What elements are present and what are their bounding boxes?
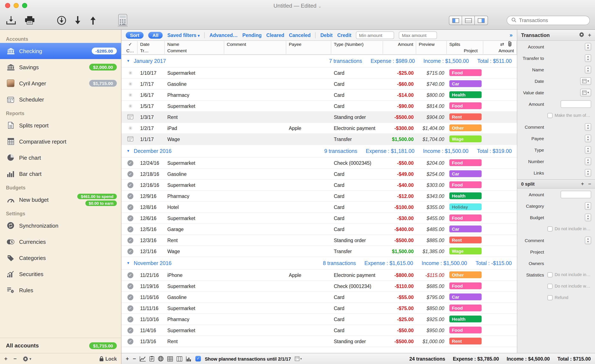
transaction-row[interactable]: ✓11/3/16RentStanding order-$500.00$1,000… — [121, 336, 517, 347]
inspector-add-icon[interactable]: + — [588, 32, 591, 38]
category-tag[interactable]: Rent — [449, 236, 482, 243]
transaction-row[interactable]: ✓12/16/16SupermarketCard-$40.00$303.00Fo… — [121, 180, 517, 191]
transaction-row[interactable]: ✓11/16/16GasolineCard-$55.00$795.00Car — [121, 292, 517, 303]
combo-dropdown-control[interactable]: ▴▾ — [585, 169, 591, 177]
bar-chart-icon[interactable] — [186, 356, 191, 361]
saved-filters-dropdown[interactable]: Saved filters ▾ — [167, 33, 200, 38]
category-tag[interactable]: Food — [449, 326, 482, 333]
combo-dropdown-control[interactable]: ▴▾ — [585, 66, 591, 73]
category-tag[interactable]: Car — [449, 170, 482, 177]
print-icon[interactable] — [25, 16, 35, 25]
transaction-row[interactable]: ✓12/9/16PharmacyCard-$12.00$343.00Health — [121, 191, 517, 202]
group-header-january-2017[interactable]: ▼January 20177 transactionsExpense : $98… — [121, 55, 517, 68]
header-amount[interactable]: Amount — [383, 41, 416, 48]
transaction-row[interactable]: ✳1/6/17PharmacyCard-$14.00$800.00Health — [121, 90, 517, 101]
group-header-december-2016[interactable]: ▼December 20169 transactionsExpense : $1… — [121, 145, 517, 157]
transaction-row[interactable]: ✳1/10/17SupermarketCard-$25.00$715.00Foo… — [121, 68, 517, 79]
transaction-row[interactable]: ✓12/3/16RentStanding order-$500.00$885.0… — [121, 235, 517, 246]
transaction-row[interactable]: ✓11/10/16PharmacyCard-$25.00$925.00Healt… — [121, 314, 517, 325]
expand-filters-button[interactable]: » — [510, 32, 513, 38]
sidebar-item-bar-chart[interactable]: Bar chart — [0, 166, 121, 182]
category-tag[interactable]: Holiday — [449, 203, 482, 210]
transaction-row[interactable]: ✓11/4/16SupermarketCard-$50.00$950.00Foo… — [121, 325, 517, 336]
stepper-control[interactable]: ▴▾ — [585, 54, 591, 62]
category-tag[interactable]: Other — [449, 271, 482, 278]
checkbox[interactable] — [547, 295, 552, 300]
sidebar-item-synchronization[interactable]: Synchronization — [0, 217, 121, 234]
inspector-gear-icon[interactable] — [579, 32, 585, 38]
category-tag[interactable]: Food — [449, 282, 482, 289]
sidebar-item-new-budget[interactable]: New budget$461.00 to spend$0.00 to earn — [0, 192, 121, 208]
category-tag[interactable]: Health — [449, 91, 482, 98]
transaction-row[interactable]: ✳1/5/17SupermarketCard-$90.00$814.00Food — [121, 101, 517, 112]
sidebar-item-splits-report[interactable]: Splits report — [0, 117, 121, 133]
table-view-icon[interactable] — [167, 356, 173, 361]
advanced-filter-link[interactable]: Advanced… — [209, 33, 238, 38]
debit-filter-link[interactable]: Debit — [320, 33, 333, 38]
sidebar-item-scheduler[interactable]: Scheduler — [0, 91, 121, 107]
checkbox[interactable] — [547, 272, 552, 277]
checkbox[interactable] — [547, 113, 552, 118]
toggle-left-panel-button[interactable] — [449, 16, 462, 25]
checkbox[interactable] — [547, 226, 552, 231]
lock-button[interactable]: Lock — [99, 356, 117, 361]
checkbox[interactable] — [547, 284, 552, 289]
category-tag[interactable]: Food — [449, 102, 482, 109]
transaction-row[interactable]: ✓12/1/16WageTransfer$1,500.00$1,385.00Wa… — [121, 246, 517, 257]
header-amount-2[interactable]: Amount — [483, 48, 517, 54]
remove-account-button[interactable]: − — [13, 356, 17, 362]
disclosure-triangle-icon[interactable]: ▼ — [127, 59, 130, 63]
header-type[interactable]: Type (Number) — [331, 41, 383, 48]
combo-dropdown-control[interactable]: ▴▾ — [585, 157, 591, 165]
header-check[interactable]: ✓ — [123, 41, 138, 48]
stepper-control[interactable]: ▴▾ — [585, 202, 591, 210]
sort-button[interactable]: Sort — [126, 32, 143, 38]
arrow-down-icon[interactable] — [74, 16, 82, 25]
close-window-button[interactable] — [5, 3, 10, 8]
combo-dropdown-control[interactable]: ▴▾ — [585, 123, 591, 131]
sidebar-item-savings[interactable]: Savings$2,000.00 — [0, 59, 121, 75]
clipboard-icon[interactable] — [149, 356, 154, 361]
combo-dropdown-control[interactable]: ▴▾ — [585, 146, 591, 154]
arrow-up-icon[interactable] — [89, 16, 97, 25]
pending-filter-link[interactable]: Pending — [242, 33, 262, 38]
transaction-row[interactable]: ✓12/5/16GarageCard-$400.00$485.00Car — [121, 224, 517, 235]
category-tag[interactable]: Wage — [449, 247, 482, 254]
header-comment[interactable]: Comment — [224, 41, 286, 48]
show-planned-checkbox[interactable]: ✓ — [195, 356, 201, 361]
sidebar-item-pie-chart[interactable]: Pie chart — [0, 150, 121, 166]
combo-dropdown-control[interactable]: ▴▾ — [585, 135, 591, 142]
line-chart-icon[interactable] — [140, 356, 146, 361]
category-tag[interactable]: Car — [449, 80, 482, 87]
header-name[interactable]: Name — [165, 41, 224, 48]
category-tag[interactable]: Health — [449, 315, 482, 322]
category-tag[interactable]: Health — [449, 192, 482, 199]
category-tag[interactable]: Food — [449, 214, 482, 221]
title-bar[interactable]: Untitled — Edited ⌄ — [0, 0, 595, 11]
cleared-filter-link[interactable]: Cleared — [266, 33, 284, 38]
planned-date-picker[interactable]: ▾ — [295, 356, 302, 361]
sidebar-item-cyril-anger[interactable]: Cyril Anger$1,715.00 — [0, 75, 121, 91]
transaction-row[interactable]: ✓12/8/16HotelCard-$100.00$355.00Holiday — [121, 202, 517, 213]
toggle-bottom-panel-button[interactable] — [462, 16, 475, 25]
header-payee[interactable]: Payee — [286, 41, 331, 48]
stepper-control[interactable]: ▴▾ — [585, 43, 591, 50]
title-dropdown-icon[interactable]: ⌄ — [318, 4, 321, 8]
add-account-button[interactable]: + — [4, 356, 7, 362]
sidebar-action-menu[interactable]: ▾ — [22, 356, 31, 362]
transaction-row[interactable]: 1/1/17WageTransfer$1,500.00$1,704.00Wage — [121, 134, 517, 145]
disclosure-triangle-icon[interactable]: ▼ — [127, 149, 130, 153]
category-tag[interactable]: Food — [449, 304, 482, 311]
transaction-row[interactable]: ✳1/2/17iPadAppleElectronic payment-$300.… — [121, 123, 517, 134]
sidebar-item-categories[interactable]: Categories — [0, 250, 121, 266]
category-tag[interactable]: Food — [449, 181, 482, 188]
columns-view-icon[interactable] — [177, 356, 182, 361]
header-project[interactable]: Project — [447, 48, 483, 54]
transaction-row[interactable]: 1/3/17RentStanding order-$500.00$904.00R… — [121, 112, 517, 123]
header-comment-2[interactable]: Comment — [165, 48, 224, 54]
category-tag[interactable]: Car — [449, 225, 482, 232]
zoom-window-button[interactable] — [22, 3, 27, 8]
transaction-row[interactable]: ✳1/7/17GasolineCard-$60.00$740.00Car — [121, 79, 517, 90]
header-c[interactable]: C… — [123, 48, 138, 54]
remove-split-button[interactable]: − — [588, 181, 591, 187]
